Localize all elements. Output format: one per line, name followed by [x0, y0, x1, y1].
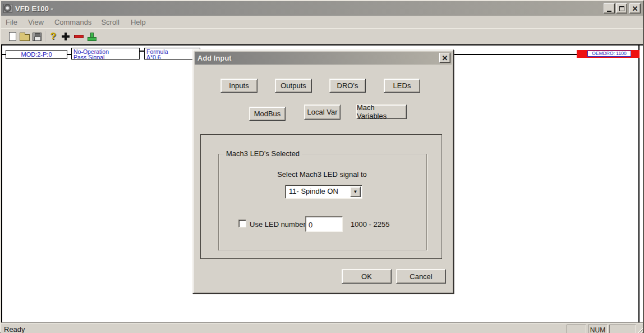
minimize-icon	[607, 11, 611, 12]
add-input-dialog: Add Input ✕ Inputs Outputs DRO's LEDs Mo…	[192, 49, 454, 294]
use-led-number-checkbox[interactable]	[238, 220, 246, 227]
menu-commands[interactable]: Commands	[54, 17, 91, 28]
groupbox-legend: Mach3 LED's Selected	[224, 149, 302, 158]
status-pane-num: NUM	[588, 325, 608, 333]
save-button[interactable]	[31, 30, 43, 43]
help-icon: ?	[50, 31, 56, 42]
status-bar: Ready NUM	[1, 323, 643, 333]
menu-file[interactable]: File	[6, 17, 17, 28]
dialog-title-bar: Add Input	[195, 52, 452, 65]
app-window: VFD E100 - ✕ File View Commands Scroll H…	[0, 0, 644, 333]
ladder-operation-line2: Pass Signal	[73, 54, 139, 60]
dros-button[interactable]: DRO's	[329, 79, 366, 93]
add-element-button[interactable]	[59, 30, 72, 43]
help-button[interactable]: ?	[47, 30, 59, 43]
ladder-formula-line2: A*0.6	[146, 54, 200, 60]
status-pane-caps	[567, 325, 586, 333]
dialog-close-icon: ✕	[442, 54, 448, 62]
app-icon	[3, 4, 12, 13]
plus-icon	[62, 33, 70, 40]
chevron-down-icon: ▼	[353, 189, 358, 194]
remove-element-button[interactable]	[72, 30, 85, 43]
combobox-dropdown-button[interactable]: ▼	[350, 186, 361, 197]
close-button[interactable]: ✕	[629, 3, 641, 13]
ladder-oemdro-box[interactable]: OEMDRO: 1100	[577, 50, 640, 58]
menu-scroll[interactable]: Scroll	[101, 17, 119, 28]
toolbar: ?	[1, 28, 643, 44]
resize-grip[interactable]	[636, 327, 643, 333]
minus-icon	[74, 35, 84, 38]
mach-variables-button[interactable]: Mach Variables	[356, 104, 407, 119]
ok-button[interactable]: OK	[342, 269, 392, 284]
new-document-icon	[9, 32, 16, 41]
menu-help[interactable]: Help	[131, 17, 146, 28]
title-bar: VFD E100 - ✕	[1, 1, 643, 16]
new-document-button[interactable]	[6, 30, 19, 43]
use-led-number-label: Use LED number	[250, 220, 306, 229]
dialog-title: Add Input	[197, 54, 232, 62]
open-folder-icon	[20, 34, 30, 41]
minimize-button[interactable]	[604, 3, 615, 13]
select-led-label: Select Mach3 LED signal to	[218, 170, 426, 179]
ladder-wire	[140, 51, 144, 52]
ladder-oemdro-label: OEMDRO: 1100	[587, 51, 631, 57]
ground-icon	[87, 33, 96, 40]
modbus-button[interactable]: ModBus	[249, 107, 286, 121]
outputs-button[interactable]: Outputs	[275, 79, 312, 93]
dialog-close-button[interactable]: ✕	[439, 53, 450, 63]
status-message: Ready	[4, 325, 25, 333]
status-pane-scroll	[609, 325, 636, 333]
ladder-right-rail	[638, 45, 640, 322]
ladder-module-label: MOD:2-P:0	[21, 51, 52, 58]
inputs-button[interactable]: Inputs	[220, 79, 257, 93]
maximize-button[interactable]	[616, 3, 627, 13]
open-file-button[interactable]	[19, 30, 31, 43]
ladder-left-rail	[1, 45, 2, 322]
led-range-label: 1000 - 2255	[351, 220, 389, 229]
cancel-button[interactable]: Cancel	[396, 269, 446, 284]
local-var-button[interactable]: Local Var	[304, 104, 341, 120]
mach3-leds-groupbox: Mach3 LED's Selected	[218, 154, 427, 250]
close-icon: ✕	[632, 5, 638, 12]
toolbar-separator	[45, 31, 46, 42]
maximize-icon	[619, 6, 624, 11]
window-title: VFD E100 -	[15, 4, 53, 13]
ladder-module-box[interactable]: MOD:2-P:0	[6, 50, 67, 59]
save-icon	[33, 33, 42, 41]
led-number-input[interactable]	[305, 216, 343, 232]
ladder-formula-box[interactable]: Formula A*0.6	[144, 48, 200, 60]
ladder-operation-box[interactable]: No-Operation Pass Signal	[71, 48, 140, 60]
menu-bar: File View Commands Scroll Help	[1, 16, 643, 28]
ground-element-button[interactable]	[85, 30, 98, 43]
leds-button[interactable]: LEDs	[384, 79, 420, 93]
led-signal-combobox[interactable]: 11- Spindle ON ▼	[285, 185, 362, 199]
menu-view[interactable]: View	[28, 17, 44, 28]
